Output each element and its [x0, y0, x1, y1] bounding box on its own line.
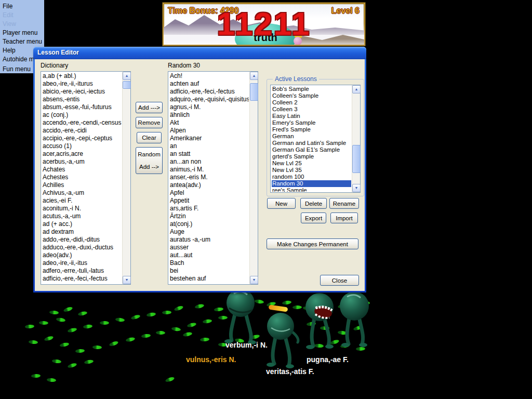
lesson-entry[interactable]: Colleen's Sample — [272, 92, 351, 99]
close-button[interactable]: Close — [320, 275, 359, 286]
dictionary-entry[interactable]: adeo,-ire,-ii,-itus — [42, 259, 122, 267]
dictionary-entry[interactable]: adficio,-ere,-feci,-fectus — [42, 275, 122, 283]
lesson-entry[interactable]: random 100 — [272, 174, 351, 180]
lesson-entry[interactable]: Easy Latin — [272, 113, 351, 119]
lesson-entry[interactable]: New Lvl 35 — [272, 167, 351, 174]
dictionary-entry[interactable]: ac (conj.) — [42, 111, 122, 119]
add-button[interactable]: Add ---> — [136, 102, 163, 113]
dictionary-entry[interactable]: adfero,-erre,-tuli,-latus — [42, 267, 122, 275]
lesson-entry[interactable]: New Lvl 25 — [272, 160, 351, 167]
random30-scrollbar[interactable]: ▲ ▼ — [249, 72, 258, 284]
dictionary-entry[interactable]: addo,-ere,-didi,-ditus — [42, 236, 122, 244]
delete-button[interactable]: Delete — [300, 198, 327, 209]
lesson-entry[interactable]: Bob's Sample — [272, 86, 351, 92]
dictionary-entry[interactable]: abeo,-ire,-ii,-iturus — [42, 80, 122, 88]
scroll-up-icon[interactable]: ▲ — [123, 72, 131, 80]
random30-entry[interactable]: Akt — [169, 119, 249, 127]
lesson-entry[interactable]: Random 30 — [272, 180, 351, 187]
random30-entry[interactable]: at(conj.) — [169, 220, 249, 228]
random30-entry[interactable]: bei — [169, 267, 249, 275]
lesson-entry[interactable]: Emery's Sample — [272, 119, 351, 126]
random30-entry[interactable]: aut...aut — [169, 251, 249, 259]
scroll-down-icon[interactable]: ▼ — [352, 184, 361, 192]
random30-entry[interactable]: Alpen — [169, 127, 249, 135]
dictionary-entry[interactable]: Achestes — [42, 174, 122, 181]
dictionary-entry[interactable]: accuso (1) — [42, 142, 122, 150]
random30-entry[interactable]: Amerikaner — [169, 135, 249, 142]
dictionary-entry[interactable]: Achilles — [42, 181, 122, 189]
scroll-thumb[interactable] — [352, 145, 361, 173]
dictionary-entry[interactable]: adeo(adv.) — [42, 251, 122, 259]
random30-entry[interactable]: antea(adv.) — [169, 181, 249, 189]
lesson-entry[interactable]: Fred's Sample — [272, 126, 351, 133]
menu-item[interactable]: Teacher menu — [0, 37, 44, 46]
random30-entry[interactable]: Bach — [169, 259, 249, 267]
dictionary-entry[interactable]: acies,-ei F. — [42, 197, 122, 205]
dictionary-scrollbar[interactable]: ▲ ▼ — [122, 72, 130, 284]
random30-entry[interactable]: Apfel — [169, 189, 249, 197]
random30-entry[interactable]: anser,-eris M. — [169, 174, 249, 181]
new-button[interactable]: New — [267, 198, 296, 209]
scroll-down-icon[interactable]: ▼ — [250, 276, 258, 284]
dictionary-entry[interactable]: acerbus,-a,-um — [42, 158, 122, 166]
dictionary-entry[interactable]: absens,-entis — [42, 96, 122, 103]
dialog-titlebar[interactable]: Lesson Editor — [33, 47, 366, 59]
dictionary-entry[interactable]: ad (+ acc.) — [42, 220, 122, 228]
dictionary-entry[interactable]: accendo,-ere,-cendi,-census — [42, 119, 122, 127]
scroll-thumb[interactable] — [250, 83, 258, 101]
scroll-thumb[interactable] — [123, 81, 131, 89]
random-add-button[interactable]: Random Add --> — [136, 147, 163, 174]
random30-entry[interactable]: ausser — [169, 244, 249, 251]
dictionary-entry[interactable]: Achivus,-a,-um — [42, 189, 122, 197]
random30-entry[interactable]: an...an non — [169, 158, 249, 166]
random30-entry[interactable]: Ärtzin — [169, 212, 249, 220]
menu-item[interactable]: Player menu — [0, 28, 44, 37]
clear-button[interactable]: Clear — [137, 132, 162, 143]
menu-item[interactable]: File — [0, 2, 44, 10]
random30-entry[interactable]: Appetit — [169, 197, 249, 205]
rename-button[interactable]: Rename — [329, 198, 359, 209]
random30-entry[interactable]: ars,artis F. — [169, 205, 249, 212]
random30-entry[interactable]: an statt — [169, 150, 249, 158]
dictionary-entry[interactable]: aconitum,-i N. — [42, 205, 122, 212]
random30-entry[interactable]: bestehen auf — [169, 275, 249, 283]
random30-entry[interactable]: achten auf — [169, 80, 249, 88]
dictionary-entry[interactable]: abicio,-ere,-ieci,-iectus — [42, 88, 122, 96]
random30-entry[interactable]: animus,-i M. — [169, 166, 249, 174]
random30-entry[interactable]: adficio,-ere,-feci,-fectus — [169, 88, 249, 96]
random30-entry[interactable]: an — [169, 142, 249, 150]
dictionary-entry[interactable]: ad dextram — [42, 228, 122, 236]
lesson-entry[interactable]: German Gal E1's Sample — [272, 147, 351, 153]
scroll-up-icon[interactable]: ▲ — [352, 85, 361, 94]
dictionary-entry[interactable]: accipio,-ere,-cepi,-ceptus — [42, 135, 122, 142]
dictionary-entry[interactable]: acutus,-a,-um — [42, 212, 122, 220]
dictionary-entry[interactable]: accido,-ere,-cidi — [42, 127, 122, 135]
random30-entry[interactable]: agnus,-i M. — [169, 103, 249, 111]
random30-entry[interactable]: ähnlich — [169, 111, 249, 119]
lesson-entry[interactable]: Colleen 2 — [272, 99, 351, 106]
lesson-entry[interactable]: German — [272, 133, 351, 140]
export-button[interactable]: Export — [301, 212, 326, 223]
make-changes-permanent-button[interactable]: Make Changes Permanent — [267, 238, 358, 249]
import-button[interactable]: Import — [330, 212, 358, 223]
lesson-entry[interactable]: German and Latin's Sample — [272, 140, 351, 147]
remove-button[interactable]: Remove — [136, 117, 163, 128]
lesson-entry[interactable]: grterd's Sample — [272, 153, 351, 160]
menu-item[interactable]: Edit — [0, 10, 44, 19]
random30-entry[interactable]: auratus -a,-um — [169, 236, 249, 244]
active-lessons-scrollbar[interactable]: ▲ ▼ — [352, 85, 360, 192]
dictionary-entry[interactable]: a,ab (+ abl.) — [42, 72, 122, 80]
random30-entry[interactable]: Ach! — [169, 72, 249, 80]
active-lessons-listbox[interactable]: Bob's SampleColleen's SampleColleen 2Col… — [270, 85, 361, 193]
scroll-up-icon[interactable]: ▲ — [250, 72, 258, 80]
menu-item[interactable]: View — [0, 19, 44, 28]
dictionary-entry[interactable]: Achates — [42, 166, 122, 174]
random30-listbox[interactable]: Ach!achten aufadficio,-ere,-feci,-fectus… — [168, 71, 258, 285]
dictionary-entry[interactable]: adduco,-ere,-duxi,-ductus — [42, 244, 122, 251]
scroll-down-icon[interactable]: ▼ — [123, 276, 131, 284]
lesson-entry[interactable]: ree's Sample — [272, 187, 351, 192]
lesson-entry[interactable]: Colleen 3 — [272, 106, 351, 113]
random30-entry[interactable]: Auge — [169, 228, 249, 236]
dictionary-listbox[interactable]: a,ab (+ abl.)abeo,-ire,-ii,-iturusabicio… — [41, 71, 131, 285]
random30-entry[interactable]: adquiro,-ere,-quisivi,-quisitus — [169, 96, 249, 103]
